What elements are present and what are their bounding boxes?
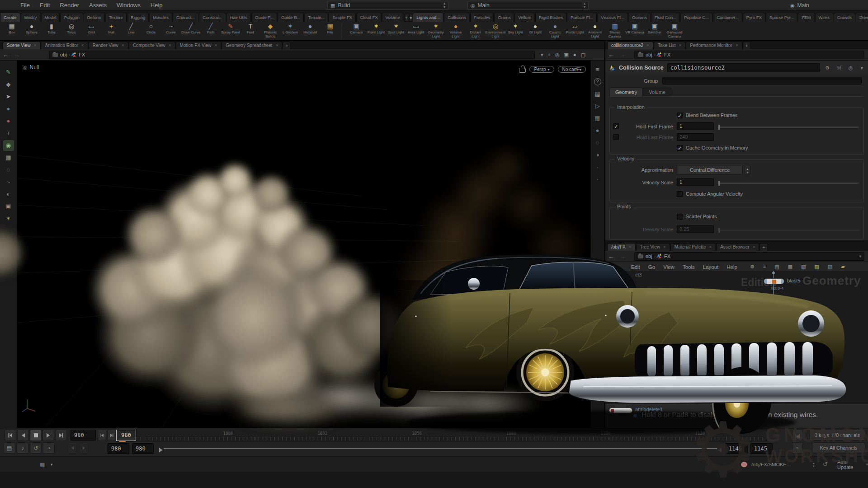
tool-globe-icon[interactable]: ◐ <box>3 189 14 200</box>
shelf-tab-guide-b[interactable]: Guide B... <box>278 13 304 22</box>
shelf-tab-hair-utils[interactable]: Hair Utils <box>226 13 251 22</box>
hold-first-frame-field[interactable]: 1 <box>677 122 714 130</box>
viewport-help-icon[interactable]: ? <box>594 78 601 85</box>
network-menu-edit[interactable]: Edit <box>627 264 644 270</box>
snap-cube-icon[interactable]: ▣ <box>564 52 569 58</box>
shelf-tab-fem[interactable]: FEM <box>798 13 814 22</box>
shelf-tab-vellum[interactable]: Vellum <box>514 13 535 22</box>
tool-pin-dot-icon[interactable]: ● <box>3 116 14 127</box>
current-frame-field[interactable]: 980 <box>71 430 96 441</box>
hold-last-frame-checkbox[interactable] <box>613 134 619 140</box>
shelf-tool-spot-light[interactable]: ✶Spot Light <box>386 22 406 40</box>
shelf-tool-null[interactable]: +Null <box>101 22 121 40</box>
shelf-tool-stereo-camera[interactable]: ▥Stereo Camera <box>605 22 625 40</box>
network-canvas[interactable]: Geometry Edition ct3 blast5 not 0-4 ert3… <box>605 271 868 428</box>
tool-keyframe-icon[interactable]: ◆ <box>3 79 14 90</box>
tool-curve-icon[interactable]: ~ <box>3 177 14 188</box>
playback-start-field[interactable]: 980 <box>132 443 154 454</box>
export-frame-button[interactable]: ▤ <box>4 442 15 454</box>
network-menu-view[interactable]: View <box>659 264 679 270</box>
vis-dot-b-icon[interactable]: · <box>592 174 603 185</box>
shelf-tab-rigging[interactable]: Rigging <box>127 13 149 22</box>
shelf-tab-oceans[interactable]: Oceans <box>628 13 651 22</box>
shelf-tool-font[interactable]: TFont <box>241 22 260 40</box>
parm-search-icon[interactable]: ◎ <box>849 65 853 71</box>
cook-node-path[interactable]: /obj/FX/SMOKE... <box>751 456 791 472</box>
node-label-attribdelete1[interactable]: attribdelete1 <box>635 407 663 412</box>
shelf-tab-lights-and[interactable]: Lights and... <box>413 13 443 22</box>
go-to-end-button[interactable] <box>55 430 67 441</box>
shelf-tab-texture[interactable]: Texture <box>105 13 127 22</box>
shelf-tab-create[interactable]: Create <box>0 13 20 22</box>
tool-select-icon[interactable]: ➤ <box>3 91 14 102</box>
close-icon[interactable]: × <box>646 42 649 49</box>
realtime-toggle-button[interactable]: ◔ <box>43 442 55 454</box>
close-icon[interactable]: × <box>81 42 84 49</box>
snippet-icon[interactable]: ▧ <box>828 264 832 270</box>
global-start-field[interactable]: 980 <box>108 443 129 454</box>
tool-pen-icon[interactable]: ✎ <box>3 67 14 78</box>
shelf-tool-l-system[interactable]: ✶L-System <box>280 22 300 40</box>
tool-lock-icon[interactable]: ● <box>3 103 14 114</box>
playback-end-field[interactable]: 1145 <box>725 443 748 454</box>
pane-tab-take-list[interactable]: Take List× <box>654 42 685 49</box>
shelf-tool-sphere[interactable]: ●Sphere <box>22 22 42 40</box>
tool-state-icon[interactable]: ◉ <box>3 140 14 151</box>
shelf-tab-particle-fl[interactable]: Particle Fl... <box>567 13 597 22</box>
shelf-tab-grains[interactable]: Grains <box>494 13 514 22</box>
range-end-handle[interactable] <box>718 448 722 452</box>
network-list-icon[interactable]: ≡ <box>763 264 766 270</box>
snap-sphere-icon[interactable]: ● <box>573 52 576 57</box>
timeline-ruler[interactable]: 984100810321056108011041128 980 <box>117 430 767 441</box>
shelf-tool-sky-light[interactable]: ✶Sky Light <box>505 22 525 40</box>
shelf-tab-simple-fx[interactable]: Simple FX <box>329 13 356 22</box>
network-folder-icon[interactable]: ▰ <box>841 264 844 270</box>
shelf-tool-vr-camera[interactable]: ▣VR Camera <box>625 22 645 40</box>
vis-dot-a-icon[interactable]: · <box>592 162 603 173</box>
shelf-tool-gamepad-camera[interactable]: ▣Gamepad Camera <box>665 22 684 40</box>
shelf-tool-point-light[interactable]: ✶Point Light <box>366 22 386 40</box>
shelf-tab-drive-sim[interactable]: Drive Sim... <box>856 13 868 22</box>
tool-translate-icon[interactable]: + <box>3 128 14 139</box>
shelf-tab-model[interactable]: Model <box>41 13 60 22</box>
shelf-tool-file[interactable]: ▤File <box>320 22 340 40</box>
close-icon[interactable]: × <box>736 42 738 49</box>
shelf-tool-circle[interactable]: ○Circle <box>141 22 161 40</box>
status-dropdown-icon[interactable]: ▾ <box>51 456 53 472</box>
params-breadcrumb-node[interactable]: FX <box>664 52 670 57</box>
breadcrumb-node[interactable]: FX <box>79 52 85 57</box>
menu-file[interactable]: File <box>15 0 35 11</box>
pane-tab-scene-view[interactable]: Scene View× <box>3 42 40 49</box>
hold-first-frame-checkbox[interactable]: ✓ <box>613 123 619 129</box>
recook-icon[interactable]: ↺ <box>823 456 828 472</box>
pane-tab-material-palette[interactable]: Material Palette× <box>670 243 716 251</box>
radial-menu-icon[interactable]: ◎ <box>555 52 560 58</box>
hscript-icon[interactable]: H <box>837 65 841 71</box>
camera-lock-icon[interactable] <box>519 68 526 73</box>
shelf-add-button[interactable]: + <box>404 14 408 22</box>
menu-render[interactable]: Render <box>55 0 84 11</box>
network-display-icon[interactable]: ▤ <box>774 264 779 270</box>
display-options-list-icon[interactable]: ☰ <box>576 65 580 71</box>
shelf-tool-caustic-light[interactable]: ●Caustic Light <box>545 22 565 40</box>
shelf-tab-terrain[interactable]: Terrain... <box>304 13 328 22</box>
close-icon[interactable]: × <box>753 244 755 251</box>
shelf-tool-camera[interactable]: ▣Camera <box>346 22 366 40</box>
network-breadcrumb-node[interactable]: FX <box>664 253 670 259</box>
keys-status-button[interactable]: 0 keys, 0/0 channels <box>809 430 865 441</box>
shelf-tool-tube[interactable]: ▮Tube <box>42 22 61 40</box>
parm-menu-icon[interactable]: ▾ <box>860 65 863 71</box>
menu-edit[interactable]: Edit <box>35 0 55 11</box>
shelf-tab-crowds[interactable]: Crowds <box>834 13 855 22</box>
close-icon[interactable]: × <box>276 42 278 49</box>
network-path-menu-icon[interactable]: ▾ <box>859 254 861 258</box>
shelf-tab-polygon[interactable]: Polygon <box>60 13 83 22</box>
stop-button[interactable] <box>30 430 42 441</box>
close-icon[interactable]: × <box>169 42 171 49</box>
snapshot-icon[interactable]: ▤ <box>592 89 603 99</box>
breadcrumb-root[interactable]: obj <box>60 52 67 57</box>
node-name-field[interactable]: collisionsource2 <box>667 63 820 72</box>
corner-desktop-indicator[interactable]: ◉ Main <box>790 0 809 11</box>
tool-box-icon[interactable]: ▦ <box>3 152 14 163</box>
folder-tab-volume[interactable]: Volume <box>643 88 671 96</box>
